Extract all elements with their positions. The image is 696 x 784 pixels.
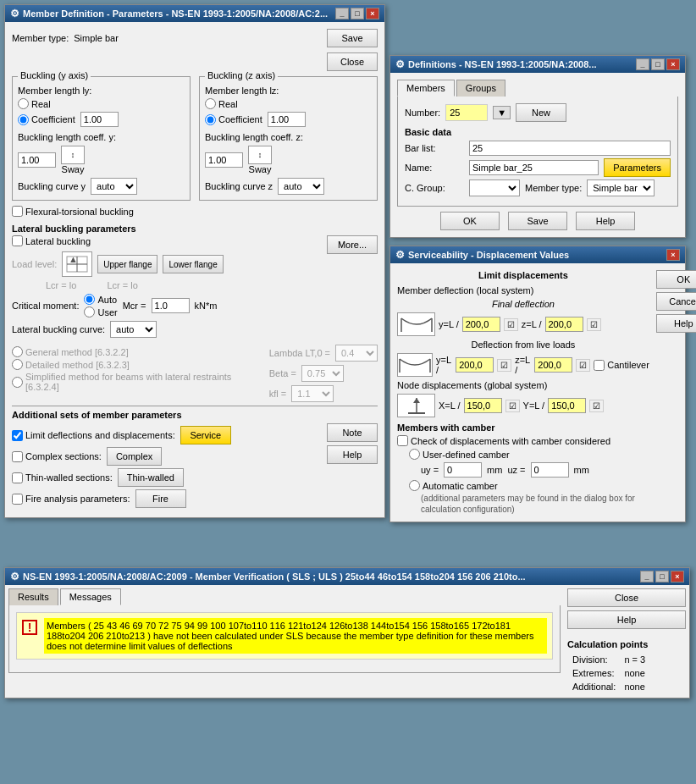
svg-marker-10 [413,398,420,403]
svc-ok-button[interactable]: OK [656,270,696,289]
members-tab[interactable]: Members [397,80,455,97]
thin-walled-button[interactable]: Thin-walled [118,468,184,487]
buckling-coeff-z-input[interactable] [205,152,243,168]
buckling-curve-y-select[interactable]: auto [91,178,137,195]
svc-cancel-button[interactable]: Cancel [656,292,696,311]
member-def-maximize[interactable]: □ [351,8,364,19]
lateral-buckling-curve-select[interactable]: auto [110,321,157,338]
buckling-curve-z-select[interactable]: auto [278,178,324,195]
division-value: n = 3 [621,654,649,665]
coeff-y-radio[interactable]: Coefficient [18,114,75,125]
c-group-label: C. Group: [405,183,464,193]
member-def-close[interactable]: × [366,8,379,19]
complex-button[interactable]: Complex [107,447,162,466]
critical-moment-label: Critical moment: [12,301,79,311]
y-label-1: y=L / [439,319,459,329]
def-save-button[interactable]: Save [508,212,567,230]
buckling-coeff-y-input[interactable] [18,152,56,168]
dropdown-icon[interactable]: ▼ [493,106,511,119]
messages-tab[interactable]: Messages [60,588,121,605]
member-type-def-select[interactable]: Simple bar [587,179,655,196]
simplified-method-radio[interactable]: Simplified method for beams with lateral… [12,372,261,392]
y-value-2[interactable] [456,357,494,373]
verification-minimize[interactable]: _ [640,571,654,582]
auto-camber-radio[interactable]: Automatic camber [409,480,649,491]
beta-select[interactable]: 0.75 [301,365,344,382]
fire-check[interactable]: Fire analysis parameters: [12,494,130,505]
close-button[interactable]: Close [327,52,378,71]
flexural-torsional-check[interactable]: Flexural-torsional buckling [12,206,134,217]
detailed-method-radio[interactable]: Detailed method [6.3.2.3] [12,359,130,370]
verification-close[interactable]: × [671,571,684,582]
coeff-z-input[interactable] [268,112,306,127]
coeff-y-input[interactable] [80,112,119,127]
definitions-tabs: Members Groups [397,80,678,97]
member-def-minimize[interactable]: _ [335,8,349,19]
results-tab[interactable]: Results [8,588,58,605]
serviceability-icon: ⚙ [395,249,405,261]
detailed-method-label: Detailed method [6.3.2.3] [25,360,130,370]
general-method-radio[interactable]: General method [6.3.2.2] [12,346,129,357]
warning-icon: ! [22,620,37,635]
more-button[interactable]: More... [327,235,378,254]
beta-label: Beta = [269,368,296,378]
lambda-select[interactable]: 0.4 [335,345,378,362]
complex-sections-check[interactable]: Complex sections: [12,451,102,462]
uy-input[interactable] [444,462,482,478]
verification-maximize[interactable]: □ [655,571,669,582]
lateral-buckling-check[interactable]: Lateral buckling [12,235,91,246]
extremes-value: none [621,667,649,679]
real-y-radio[interactable]: Real [18,98,51,109]
z-value-2[interactable] [534,357,572,373]
definitions-close[interactable]: × [666,58,680,70]
definitions-minimize[interactable]: _ [636,58,649,70]
buckling-z-title: Buckling (z axis) [205,70,278,80]
help-button[interactable]: Help [327,445,378,464]
z-label-2: z=L / [515,355,531,375]
parameters-button[interactable]: Parameters [604,158,671,177]
bar-list-input[interactable] [469,141,671,156]
thin-walled-check[interactable]: Thin-walled sections: [12,472,113,483]
ver-close-button[interactable]: Close [567,588,686,607]
svc-help-button[interactable]: Help [656,314,696,333]
auto-radio[interactable]: Auto [84,294,117,305]
x-value[interactable] [464,398,502,413]
y-value-3[interactable] [548,398,586,413]
save-button[interactable]: Save [327,29,378,47]
kfl-select[interactable]: 1.1 [291,385,334,402]
limit-deflections-check[interactable]: Limit deflections and displacements: [12,430,175,441]
user-defined-radio[interactable]: User-defined camber [409,449,649,460]
warning-text: Members ( 25 43 46 69 70 72 75 94 99 100… [44,618,547,654]
user-radio[interactable]: User [84,306,117,317]
y-label-2: y=L / [436,355,452,375]
c-group-select[interactable] [469,179,520,196]
def-ok-button[interactable]: OK [440,212,500,230]
final-deflection-row: y=L / ☑ z=L / ☑ [397,312,649,336]
upper-flange-btn[interactable]: Upper flange [97,255,157,273]
definitions-maximize[interactable]: □ [651,58,665,70]
mcr-input[interactable] [152,298,190,313]
ver-help-button[interactable]: Help [567,610,686,629]
buckling-coeff-y-label: Buckling length coeff. y: [18,132,185,142]
groups-tab[interactable]: Groups [456,80,505,97]
uy-unit: mm [487,465,502,475]
coeff-z-radio[interactable]: Coefficient [205,114,262,125]
z-value-1[interactable] [545,317,583,332]
y-label-3: Y=L / [523,400,545,411]
real-z-radio[interactable]: Real [205,98,238,109]
uz-input[interactable] [531,462,569,478]
check-camber-check[interactable]: Check of displacements with camber consi… [397,435,649,446]
note-button[interactable]: Note [327,423,378,442]
def-help-button[interactable]: Help [576,212,635,230]
cantilever-check[interactable]: Cantilever [594,360,649,371]
name-input[interactable] [469,160,599,175]
simplified-method-label: Simplified method for beams with lateral… [25,372,261,392]
new-button[interactable]: New [516,103,566,122]
y-value-1[interactable] [462,317,500,332]
fire-button[interactable]: Fire [135,489,186,508]
serviceability-close[interactable]: × [666,249,680,261]
lower-flange-btn[interactable]: Lower flange [163,255,223,273]
live-deflection-icon [397,353,433,377]
service-button[interactable]: Service [180,426,231,444]
member-type-def-label: Member type: [525,183,582,193]
